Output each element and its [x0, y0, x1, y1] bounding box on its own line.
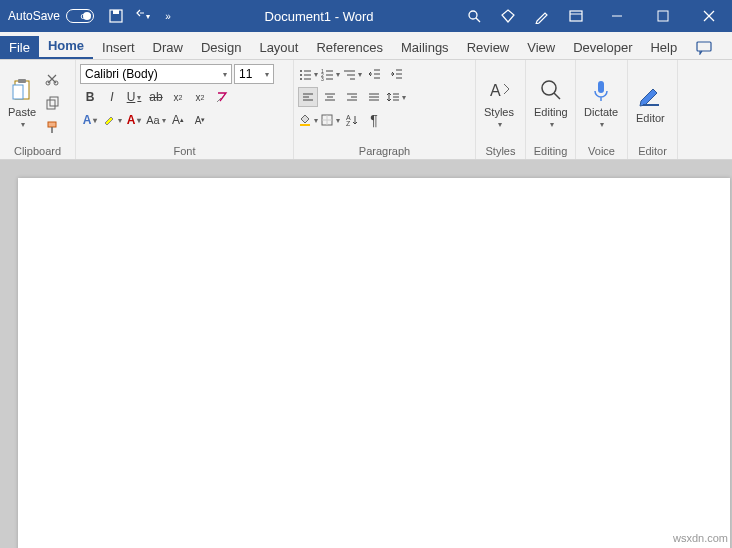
group-clipboard: Paste ▾ Clipboard	[0, 60, 76, 159]
toggle-switch[interactable]: Off	[66, 9, 94, 23]
increase-indent-button[interactable]	[386, 64, 406, 84]
group-styles: A Styles ▾ Styles	[476, 60, 526, 159]
svg-point-22	[300, 78, 302, 80]
svg-point-21	[300, 74, 302, 76]
tab-help[interactable]: Help	[641, 36, 686, 59]
italic-button[interactable]: I	[102, 87, 122, 107]
more-icon[interactable]: »	[160, 8, 176, 24]
svg-rect-12	[18, 79, 26, 83]
line-spacing-button[interactable]: ▾	[386, 87, 406, 107]
svg-text:A: A	[490, 82, 501, 99]
tab-layout[interactable]: Layout	[250, 36, 307, 59]
close-button[interactable]	[686, 0, 732, 32]
paste-label: Paste	[8, 106, 36, 118]
autosave-label: AutoSave	[8, 9, 60, 23]
svg-rect-16	[47, 100, 55, 109]
tab-review[interactable]: Review	[458, 36, 519, 59]
group-label-voice: Voice	[580, 143, 623, 159]
autosave-toggle[interactable]: AutoSave Off	[0, 9, 102, 23]
svg-rect-1	[113, 10, 119, 14]
show-marks-button[interactable]: ¶	[364, 110, 384, 130]
group-label-styles: Styles	[480, 143, 521, 159]
paste-icon	[8, 76, 36, 104]
cut-icon[interactable]	[42, 69, 62, 89]
quick-access-toolbar: ▾ »	[102, 8, 182, 24]
tab-developer[interactable]: Developer	[564, 36, 641, 59]
paste-button[interactable]: Paste ▾	[4, 74, 40, 131]
search-icon[interactable]	[466, 8, 482, 24]
document-page[interactable]	[18, 178, 730, 548]
svg-rect-7	[658, 11, 668, 21]
align-center-button[interactable]	[320, 87, 340, 107]
bold-button[interactable]: B	[80, 87, 100, 107]
shrink-font-button[interactable]: A▾	[190, 110, 210, 130]
tab-file[interactable]: File	[0, 36, 39, 59]
svg-rect-13	[13, 85, 23, 99]
undo-icon[interactable]: ▾	[134, 8, 150, 24]
editing-button[interactable]: Editing ▾	[530, 74, 572, 131]
underline-button[interactable]: U▾	[124, 87, 144, 107]
font-name-combo[interactable]: Calibri (Body)▾	[80, 64, 232, 84]
group-label-editing: Editing	[530, 143, 571, 159]
title-bar: AutoSave Off ▾ » Document1 - Word	[0, 0, 732, 32]
font-color-button[interactable]: A▾	[124, 110, 144, 130]
tab-view[interactable]: View	[518, 36, 564, 59]
format-painter-icon[interactable]	[42, 117, 62, 137]
group-font: Calibri (Body)▾ 11▾ B I U▾ ab x2 x2 A▾ ▾…	[76, 60, 294, 159]
tab-design[interactable]: Design	[192, 36, 250, 59]
title-icons	[456, 8, 594, 24]
window-controls	[594, 0, 732, 32]
share-icon[interactable]	[722, 37, 732, 59]
comments-icon[interactable]	[686, 37, 722, 59]
svg-point-63	[542, 81, 556, 95]
text-effects-button[interactable]: A▾	[80, 110, 100, 130]
svg-rect-10	[697, 42, 711, 51]
copy-icon[interactable]	[42, 93, 62, 113]
document-area	[0, 160, 732, 548]
svg-text:Z: Z	[346, 120, 351, 127]
bullets-button[interactable]: ▾	[298, 64, 318, 84]
superscript-button[interactable]: x2	[190, 87, 210, 107]
tab-references[interactable]: References	[307, 36, 391, 59]
ribbon-tabs: File Home Insert Draw Design Layout Refe…	[0, 32, 732, 60]
tab-insert[interactable]: Insert	[93, 36, 144, 59]
tab-mailings[interactable]: Mailings	[392, 36, 458, 59]
editor-button[interactable]: Editor	[632, 80, 669, 126]
justify-button[interactable]	[364, 87, 384, 107]
change-case-button[interactable]: Aa▾	[146, 110, 166, 130]
grow-font-button[interactable]: A▴	[168, 110, 188, 130]
diamond-icon[interactable]	[500, 8, 516, 24]
watermark: wsxdn.com	[673, 532, 728, 544]
document-title: Document1 - Word	[182, 9, 456, 24]
strikethrough-button[interactable]: ab	[146, 87, 166, 107]
font-size-combo[interactable]: 11▾	[234, 64, 274, 84]
group-label-clipboard: Clipboard	[4, 143, 71, 159]
save-icon[interactable]	[108, 8, 124, 24]
borders-button[interactable]: ▾	[320, 110, 340, 130]
sort-button[interactable]: AZ	[342, 110, 362, 130]
decrease-indent-button[interactable]	[364, 64, 384, 84]
dictate-button[interactable]: Dictate ▾	[580, 74, 622, 131]
svg-rect-18	[48, 122, 56, 127]
shading-button[interactable]: ▾	[298, 110, 318, 130]
align-left-button[interactable]	[298, 87, 318, 107]
styles-icon: A	[485, 76, 513, 104]
highlight-button[interactable]: ▾	[102, 110, 122, 130]
numbering-button[interactable]: 123▾	[320, 64, 340, 84]
svg-point-2	[469, 11, 477, 19]
window-icon[interactable]	[568, 8, 584, 24]
tab-home[interactable]: Home	[39, 34, 93, 59]
minimize-button[interactable]	[594, 0, 640, 32]
group-paragraph: ▾ 123▾ ▾ ▾ ▾ ▾ AZ ¶ Paragraph	[294, 60, 476, 159]
styles-button[interactable]: A Styles ▾	[480, 74, 518, 131]
svg-text:3: 3	[321, 76, 324, 81]
maximize-button[interactable]	[640, 0, 686, 32]
clear-format-icon[interactable]	[212, 87, 232, 107]
group-voice: Dictate ▾ Voice	[576, 60, 628, 159]
align-right-button[interactable]	[342, 87, 362, 107]
subscript-button[interactable]: x2	[168, 87, 188, 107]
tab-draw[interactable]: Draw	[144, 36, 192, 59]
group-label-paragraph: Paragraph	[298, 143, 471, 159]
multilevel-button[interactable]: ▾	[342, 64, 362, 84]
pen-icon[interactable]	[534, 8, 550, 24]
